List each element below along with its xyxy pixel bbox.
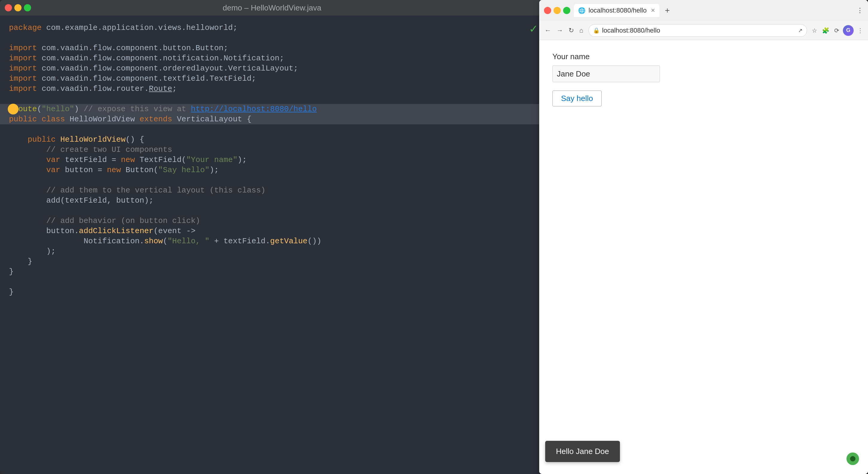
code-line: button.addClickListener(event -> <box>0 226 544 236</box>
editor-title: demo – HelloWorldView.java <box>223 3 321 12</box>
tab-close-button[interactable]: ✕ <box>651 7 655 14</box>
code-line: import com.vaadin.flow.component.button.… <box>0 43 544 53</box>
code-line: import com.vaadin.flow.component.notific… <box>0 53 544 63</box>
code-line: } <box>0 266 544 277</box>
maximize-button[interactable] <box>24 4 31 11</box>
extensions-icon[interactable]: 🧩 <box>821 26 831 35</box>
status-indicator <box>846 452 859 465</box>
code-line: public HelloWorldView() { <box>0 134 544 145</box>
new-tab-button[interactable]: + <box>663 6 671 15</box>
editor-content: ✓ package com.example.application.views.… <box>0 15 544 474</box>
notification-toast: Hello Jane Doe <box>545 441 620 462</box>
code-line <box>0 94 544 104</box>
inner-dot <box>850 456 856 462</box>
code-line <box>0 33 544 43</box>
sync-icon[interactable]: ⟳ <box>833 26 840 35</box>
browser-window: 🌐 localhost:8080/hello ✕ + ⋮ ← → ↻ ⌂ 🔒 ↗… <box>539 0 868 474</box>
code-line-annotation: @Route("hello") // expose this view at h… <box>0 104 544 114</box>
code-line: } <box>0 256 544 266</box>
browser-close-button[interactable] <box>544 7 551 14</box>
address-input[interactable] <box>602 27 796 34</box>
name-input[interactable] <box>552 65 660 82</box>
say-hello-button[interactable]: Say hello <box>552 91 602 106</box>
refresh-button[interactable]: ↻ <box>567 25 576 36</box>
close-button[interactable] <box>5 4 12 11</box>
code-line: import com.vaadin.flow.router.Route; <box>0 84 544 94</box>
window-controls <box>5 4 31 11</box>
address-bar-container: 🔒 ↗ <box>589 24 807 37</box>
code-line <box>0 206 544 216</box>
browser-traffic-lights <box>544 7 570 14</box>
code-line: ); <box>0 246 544 256</box>
nav-extra-icons: ☆ 🧩 ⟳ G ⋮ <box>811 25 864 36</box>
editor-window: demo – HelloWorldView.java ✓ package com… <box>0 0 544 474</box>
tab-favicon-icon: 🌐 <box>578 7 586 14</box>
back-button[interactable]: ← <box>543 25 553 36</box>
share-icon[interactable]: ↗ <box>798 27 803 34</box>
code-area[interactable]: ✓ package com.example.application.views.… <box>0 15 544 474</box>
code-line: var textField = new TextField("Your name… <box>0 155 544 165</box>
notification-text: Hello Jane Doe <box>556 447 609 456</box>
code-line: import com.vaadin.flow.component.ordered… <box>0 63 544 73</box>
home-button[interactable]: ⌂ <box>578 25 585 36</box>
code-line: import com.vaadin.flow.component.textfie… <box>0 73 544 84</box>
code-line: add(textField, button); <box>0 195 544 206</box>
browser-minimize-button[interactable] <box>554 7 561 14</box>
browser-page: Your name Say hello Hello Jane Doe <box>539 40 868 474</box>
minimize-button[interactable] <box>14 4 22 11</box>
browser-profile-icon: ⋮ <box>857 7 863 14</box>
code-line: var button = new Button("Say hello"); <box>0 165 544 175</box>
browser-maximize-button[interactable] <box>563 7 570 14</box>
code-line: // add behavior (on button click) <box>0 216 544 226</box>
browser-top-bar: 🌐 localhost:8080/hello ✕ + ⋮ <box>539 0 868 21</box>
code-line: package com.example.application.views.he… <box>0 23 544 33</box>
forward-button[interactable]: → <box>555 25 565 36</box>
lock-icon: 🔒 <box>593 27 599 34</box>
code-line: Notification.show("Hello, " + textField.… <box>0 236 544 246</box>
menu-icon[interactable]: ⋮ <box>856 26 864 35</box>
tab-title: localhost:8080/hello <box>589 7 647 14</box>
browser-tab[interactable]: 🌐 localhost:8080/hello ✕ <box>574 4 659 17</box>
code-line <box>0 124 544 134</box>
code-line <box>0 277 544 287</box>
bookmark-icon[interactable]: ☆ <box>811 26 818 35</box>
code-line: // create two UI components <box>0 145 544 155</box>
profile-avatar[interactable]: G <box>843 25 854 36</box>
code-line <box>0 175 544 185</box>
checkmark-icon: ✓ <box>529 23 538 35</box>
code-line-class: public class HelloWorldView extends Vert… <box>0 114 544 124</box>
name-label: Your name <box>552 52 855 61</box>
editor-titlebar: demo – HelloWorldView.java <box>0 0 544 15</box>
browser-nav-bar: ← → ↻ ⌂ 🔒 ↗ ☆ 🧩 ⟳ G ⋮ <box>539 21 868 40</box>
code-line: } <box>0 287 544 297</box>
code-line: // add them to the vertical layout (this… <box>0 185 544 195</box>
browser-chrome: 🌐 localhost:8080/hello ✕ + ⋮ ← → ↻ ⌂ 🔒 ↗… <box>539 0 868 40</box>
